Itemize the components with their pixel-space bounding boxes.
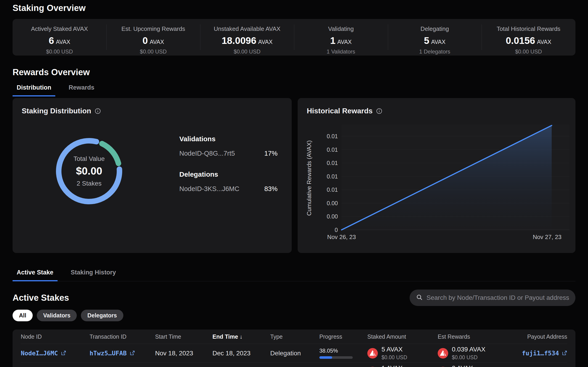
stat-label: Delegating — [388, 25, 482, 33]
col-progress[interactable]: Progress — [319, 334, 367, 340]
col-est-rewards[interactable]: Est Rewards — [438, 334, 513, 340]
staking-dashboard: Staking Overview Actively Staked AVAX 6A… — [0, 0, 588, 367]
stat-value: 1 — [330, 35, 335, 46]
col-staked-amount[interactable]: Staked Amount — [367, 334, 438, 340]
avax-logo-icon — [438, 348, 448, 359]
search-icon — [416, 294, 423, 302]
table-row: NodeI…7rt5 2EnGv…CMoW Nov 29, 2023 Nov 3… — [21, 362, 567, 367]
staked-amount-cell: 5 AVAX$0.00 USD — [367, 346, 438, 361]
delegation-node-id: NodeID-3KS...J6MC — [179, 185, 239, 193]
stat-sub: $0.00 USD — [200, 49, 294, 55]
payout-address-link[interactable]: fuji1…f534 — [513, 350, 567, 357]
svg-text:0.00: 0.00 — [327, 213, 338, 220]
active-stakes-table: Node ID Transaction ID Start Time End Ti… — [13, 330, 575, 367]
stat-sub: 1 Delegators — [388, 49, 482, 55]
staking-distribution-card: Staking Distribution Total Value $0.00 2… — [13, 98, 292, 253]
staked-amount-cell: 1 AVAX$0.00 USD — [367, 365, 438, 367]
stat-label: Unstaked Available AVAX — [200, 25, 294, 33]
info-icon[interactable] — [95, 108, 101, 114]
svg-text:0: 0 — [335, 227, 338, 233]
col-node-id[interactable]: Node ID — [21, 334, 90, 340]
search-input[interactable] — [426, 294, 569, 301]
end-time-cell: Dec 18, 2023 — [212, 350, 270, 357]
stat-unit: AVAX — [150, 39, 164, 45]
stat-value: 0.0156 — [506, 35, 535, 46]
tx-id-link[interactable]: hTwz5…UFAB — [90, 350, 135, 357]
active-stakes-title: Active Stakes — [13, 293, 69, 303]
tab-distribution[interactable]: Distribution — [13, 82, 55, 96]
filter-delegators[interactable]: Delegators — [81, 310, 123, 321]
avax-logo-icon — [367, 348, 378, 359]
stat-label: Est. Upcoming Rewards — [106, 25, 200, 33]
staked-avax: 5 AVAX — [382, 346, 407, 353]
delegation-pct: 83% — [264, 185, 278, 193]
start-time-cell: Nov 18, 2023 — [155, 350, 212, 357]
stat-label: Validating — [294, 25, 388, 33]
distribution-lists: Validations NodeID-Q8G...7rt5 17% Delega… — [179, 135, 278, 193]
stat-value: 6 — [49, 35, 54, 46]
stat-unit: AVAX — [337, 39, 352, 45]
stat-sub: $0.00 USD — [13, 49, 106, 55]
node-id-link[interactable]: NodeI…J6MC — [21, 350, 66, 357]
svg-text:0.01: 0.01 — [327, 133, 338, 139]
progress-cell: 38.05% — [319, 348, 367, 359]
stake-tabs: Active Stake Staking History — [13, 267, 575, 281]
tab-rewards[interactable]: Rewards — [65, 82, 98, 96]
filter-chips: All Validators Delegators — [13, 310, 575, 321]
search-bar[interactable] — [410, 290, 575, 306]
stat-sub: 1 Validators — [294, 49, 388, 55]
stat-unit: AVAX — [56, 39, 70, 45]
staking-distribution-donut: Total Value $0.00 2 Stakes — [53, 135, 126, 208]
stat-unit: AVAX — [258, 39, 272, 45]
stat-label: Actively Staked AVAX — [13, 25, 106, 33]
donut-center-value: $0.00 — [76, 165, 102, 177]
stat-validating: Validating 1AVAX 1 Validators — [294, 19, 388, 56]
external-link-icon — [61, 350, 66, 356]
col-type[interactable]: Type — [270, 334, 319, 340]
historical-rewards-chart: 00.000.000.010.010.010.010.01Nov 26, 23N… — [298, 98, 575, 253]
rewards-avax: 0.039 AVAX — [452, 346, 485, 353]
delegation-list-item: NodeID-3KS...J6MC 83% — [179, 185, 278, 193]
stat-value: 5 — [424, 35, 429, 46]
historical-rewards-card: Historical Rewards Cumulative Rewards (A… — [298, 98, 575, 253]
col-end-time-sorted[interactable]: End Time ↓ — [212, 334, 270, 340]
stat-sub: $0.00 USD — [482, 49, 575, 55]
col-start-time[interactable]: Start Time — [155, 334, 212, 340]
svg-text:0.01: 0.01 — [327, 160, 338, 166]
col-payout-address[interactable]: Payout Address — [513, 334, 567, 340]
filter-all[interactable]: All — [13, 310, 33, 321]
sort-down-icon: ↓ — [240, 334, 243, 340]
donut-center-label: Total Value — [74, 155, 105, 162]
stat-actively-staked: Actively Staked AVAX 6AVAX $0.00 USD — [13, 19, 106, 56]
delegations-heading: Delegations — [179, 170, 278, 178]
validation-pct: 17% — [264, 150, 278, 157]
validation-node-id: NodeID-Q8G...7rt5 — [179, 150, 235, 157]
rewards-overview-title: Rewards Overview — [13, 67, 575, 77]
filter-validators[interactable]: Validators — [37, 310, 77, 321]
table-header-row: Node ID Transaction ID Start Time End Ti… — [21, 330, 567, 344]
staked-usd: $0.00 USD — [382, 354, 407, 361]
validations-heading: Validations — [179, 135, 278, 143]
stat-value: 0 — [143, 35, 148, 46]
rewards-avax: 0 AVAX — [452, 365, 478, 367]
est-rewards-cell: 0.039 AVAX$0.00 USD — [438, 346, 513, 361]
col-transaction-id[interactable]: Transaction ID — [90, 334, 155, 340]
stat-delegating: Delegating 5AVAX 1 Delegators — [388, 19, 482, 56]
type-cell: Delegation — [270, 350, 319, 357]
stat-label: Total Historical Rewards — [482, 25, 575, 33]
progress-label: 38.05% — [319, 348, 367, 354]
est-rewards-cell: 0 AVAX$0.00 USD — [438, 365, 513, 367]
rewards-overview-tabs: Distribution Rewards — [13, 82, 575, 96]
tab-staking-history[interactable]: Staking History — [67, 267, 120, 281]
svg-text:0.00: 0.00 — [327, 200, 338, 206]
stat-unstaked-available: Unstaked Available AVAX 18.0096AVAX $0.0… — [200, 19, 294, 56]
stat-unit: AVAX — [431, 39, 445, 45]
svg-text:0.01: 0.01 — [327, 146, 338, 153]
active-stakes-header: Active Stakes — [13, 290, 575, 306]
donut-center-sub: 2 Stakes — [77, 180, 102, 187]
table-row: NodeI…J6MC hTwz5…UFAB Nov 18, 2023 Dec 1… — [21, 344, 567, 362]
staking-overview-stats: Actively Staked AVAX 6AVAX $0.00 USD Est… — [13, 19, 575, 56]
svg-text:Nov 26, 23: Nov 26, 23 — [327, 234, 356, 240]
tab-active-stake[interactable]: Active Stake — [13, 267, 57, 281]
staking-distribution-title: Staking Distribution — [22, 107, 91, 115]
